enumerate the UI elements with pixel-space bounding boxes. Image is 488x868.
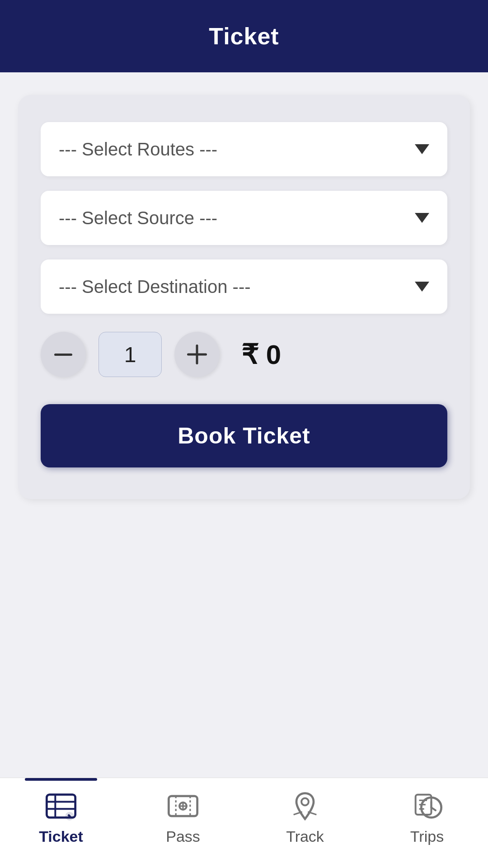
main-content: --- Select Routes --- --- Select Source …	[0, 72, 488, 778]
increment-button[interactable]	[174, 332, 220, 377]
nav-track-label: Track	[286, 828, 324, 845]
app-header: Ticket	[0, 0, 488, 72]
quantity-price-row: 1 ₹ 0	[41, 332, 447, 377]
book-ticket-button[interactable]: Book Ticket	[41, 404, 447, 467]
select-source-dropdown[interactable]: --- Select Source ---	[41, 191, 447, 245]
select-destination-label: --- Select Destination ---	[59, 277, 251, 297]
minus-icon	[54, 354, 72, 356]
nav-item-ticket[interactable]: Ticket	[0, 789, 122, 845]
chevron-down-icon	[415, 213, 429, 223]
booking-card: --- Select Routes --- --- Select Source …	[18, 95, 470, 499]
ticket-icon	[44, 789, 78, 823]
nav-item-track[interactable]: Track	[244, 789, 366, 845]
nav-trips-label: Trips	[410, 828, 444, 845]
trips-icon	[410, 789, 444, 823]
nav-item-pass[interactable]: Pass	[122, 789, 244, 845]
select-destination-dropdown[interactable]: --- Select Destination ---	[41, 259, 447, 314]
nav-item-trips[interactable]: Trips	[366, 789, 488, 845]
price-display: ₹ 0	[241, 339, 281, 370]
nav-ticket-label: Ticket	[39, 828, 83, 845]
svg-point-11	[301, 798, 309, 806]
chevron-down-icon	[415, 282, 429, 292]
select-routes-dropdown[interactable]: --- Select Routes ---	[41, 122, 447, 176]
select-routes-label: --- Select Routes ---	[59, 139, 217, 160]
track-icon	[288, 789, 322, 823]
quantity-display: 1	[99, 332, 162, 377]
pass-icon	[166, 789, 200, 823]
decrement-button[interactable]	[41, 332, 86, 377]
plus-icon	[187, 344, 207, 364]
chevron-down-icon	[415, 144, 429, 154]
bottom-navigation: Ticket Pass T	[0, 778, 488, 868]
nav-pass-label: Pass	[166, 828, 200, 845]
select-source-label: --- Select Source ---	[59, 208, 217, 228]
page-title: Ticket	[209, 23, 279, 50]
